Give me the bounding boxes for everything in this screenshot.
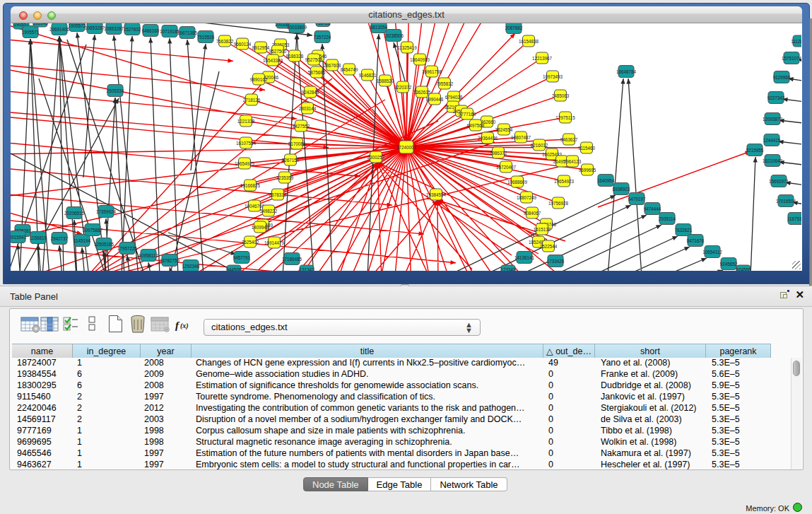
svg-text:19756928: 19756928: [548, 201, 569, 206]
svg-text:1640954: 1640954: [597, 178, 615, 183]
svg-text:2087682: 2087682: [505, 25, 523, 30]
svg-text:20206515: 20206515: [64, 211, 85, 216]
svg-text:16914479: 16914479: [264, 240, 285, 245]
svg-text:5875685: 5875685: [308, 70, 326, 75]
svg-text:8427552: 8427552: [293, 124, 310, 129]
svg-text:15692971: 15692971: [769, 179, 789, 184]
svg-text:7485063: 7485063: [552, 93, 570, 98]
svg-text:10046766: 10046766: [245, 204, 265, 209]
svg-text:20691406: 20691406: [49, 27, 70, 32]
svg-text:18807249: 18807249: [517, 195, 537, 200]
svg-text:9527508: 9527508: [305, 57, 323, 62]
svg-text:6794028: 6794028: [445, 95, 463, 100]
svg-text:1615132: 1615132: [534, 227, 551, 232]
svg-text:2300257: 2300257: [367, 155, 385, 160]
svg-text:10973493: 10973493: [543, 74, 563, 79]
svg-text:9699695: 9699695: [579, 168, 596, 173]
svg-text:9242848: 9242848: [302, 90, 319, 95]
svg-text:6216012: 6216012: [531, 143, 548, 148]
svg-text:7955812: 7955812: [436, 81, 454, 86]
svg-text:8912954: 8912954: [252, 45, 270, 50]
svg-text:8471676: 8471676: [687, 238, 705, 243]
svg-text:8215955: 8215955: [746, 148, 764, 153]
svg-text:10033809: 10033809: [287, 25, 307, 30]
svg-text:2867608: 2867608: [324, 63, 341, 68]
svg-text:1409948: 1409948: [252, 225, 269, 230]
svg-text:9115460: 9115460: [578, 146, 596, 151]
svg-text:9245652: 9245652: [720, 262, 738, 267]
svg-text:10688609: 10688609: [507, 180, 528, 185]
svg-text:944506: 944506: [226, 267, 242, 271]
svg-text:9777169: 9777169: [459, 112, 476, 117]
svg-text:7663822: 7663822: [216, 39, 234, 44]
svg-text:17240007: 17240007: [396, 145, 417, 150]
svg-text:7964123: 7964123: [564, 159, 582, 164]
svg-text:8267150: 8267150: [282, 158, 300, 163]
svg-text:1156819: 1156819: [30, 235, 47, 240]
svg-text:10807487: 10807487: [511, 135, 531, 140]
svg-text:9660124: 9660124: [234, 42, 252, 47]
svg-text:1145194: 1145194: [73, 238, 91, 243]
svg-text:7632621: 7632621: [675, 228, 693, 233]
svg-text:15720407: 15720407: [496, 165, 517, 170]
svg-text:12975115: 12975115: [555, 115, 575, 120]
svg-text:14136141: 14136141: [514, 255, 535, 260]
svg-text:5498222: 5498222: [260, 209, 278, 214]
svg-text:19384554: 19384554: [426, 192, 447, 197]
svg-text:16782759: 16782759: [160, 258, 180, 263]
svg-text:15751074: 15751074: [782, 56, 801, 61]
svg-text:8678312: 8678312: [269, 192, 287, 197]
svg-text:9227342: 9227342: [767, 95, 785, 100]
svg-text:1905572: 1905572: [69, 23, 86, 28]
svg-text:173342: 173342: [500, 267, 516, 271]
svg-text:1292346: 1292346: [182, 264, 200, 269]
svg-text:2803144: 2803144: [299, 106, 317, 111]
svg-text:1167534: 1167534: [787, 216, 801, 221]
svg-text:9463627: 9463627: [560, 137, 578, 142]
svg-text:20364436: 20364436: [478, 136, 498, 141]
svg-text:19654925: 19654925: [235, 161, 255, 166]
svg-text:7625402: 7625402: [242, 240, 259, 245]
svg-text:17359924: 17359924: [96, 209, 117, 214]
svg-text:12093872: 12093872: [763, 117, 783, 122]
svg-text:f: f: [175, 320, 180, 331]
svg-text:7357224: 7357224: [314, 35, 331, 40]
svg-text:735722: 735722: [315, 23, 331, 25]
svg-text:2942737: 2942737: [51, 236, 69, 241]
svg-text:1733426: 1733426: [547, 259, 565, 264]
svg-text:1221338: 1221338: [237, 119, 255, 124]
svg-text:131342: 131342: [299, 267, 314, 271]
svg-text:10958117: 10958117: [139, 253, 158, 258]
svg-text:2935114: 2935114: [659, 216, 676, 221]
svg-text:19238506: 19238506: [384, 33, 404, 38]
svg-text:7986372: 7986372: [490, 151, 507, 156]
svg-text:1112874: 1112874: [791, 39, 801, 44]
svg-text:924565: 924565: [736, 267, 751, 271]
svg-text:16107554: 16107554: [236, 141, 257, 146]
svg-text:3824554: 3824554: [495, 127, 513, 132]
svg-text:12505185: 12505185: [94, 242, 114, 247]
svg-text:10654112: 10654112: [702, 250, 722, 255]
svg-text:209140: 209140: [33, 23, 48, 25]
svg-text:8938923: 8938923: [613, 187, 630, 192]
svg-text:9084067: 9084067: [524, 211, 541, 216]
svg-text:2505334: 2505334: [107, 88, 124, 93]
svg-text:1527602: 1527602: [124, 27, 141, 32]
svg-text:1244415: 1244415: [763, 138, 781, 143]
svg-text:8170081: 8170081: [288, 141, 306, 146]
svg-text:9474444: 9474444: [644, 206, 661, 211]
svg-text:6497568: 6497568: [467, 123, 485, 128]
svg-text:17957225: 17957225: [117, 246, 138, 251]
svg-text:17016504: 17016504: [776, 199, 796, 204]
svg-text:9890162: 9890162: [250, 77, 268, 82]
svg-text:1235359: 1235359: [276, 175, 294, 180]
svg-text:16961758: 16961758: [422, 69, 442, 74]
svg-text:3915941: 3915941: [11, 235, 27, 240]
svg-text:11325419: 11325419: [397, 45, 417, 50]
svg-text:18640910: 18640910: [410, 57, 430, 62]
svg-text:16648784: 16648784: [616, 69, 637, 74]
svg-text:1588520: 1588520: [377, 78, 394, 83]
svg-text:1905571: 1905571: [22, 30, 40, 35]
svg-text:1362615: 1362615: [413, 90, 431, 95]
svg-text:8220372: 8220372: [394, 85, 412, 90]
